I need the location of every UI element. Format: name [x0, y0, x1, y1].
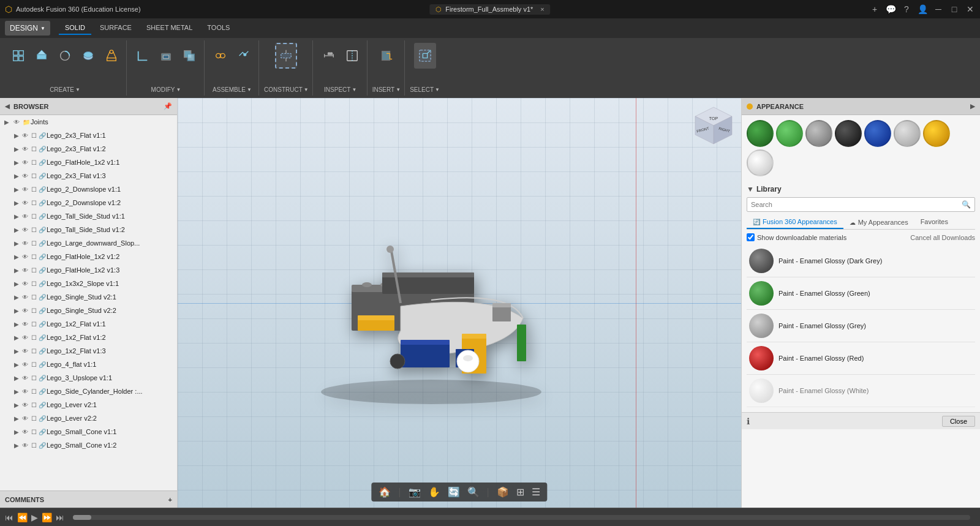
expand-icon[interactable]: ▶	[12, 252, 21, 261]
modify-label[interactable]: MODIFY ▼	[151, 86, 181, 93]
swatch-blue-dark[interactable]	[864, 120, 891, 147]
browser-item[interactable]: ▶ 👁 📁 Joints	[0, 115, 177, 129]
combine-button[interactable]	[178, 43, 200, 69]
timeline-back-button[interactable]: ⏪	[17, 513, 28, 522]
search-input[interactable]	[747, 198, 958, 211]
expand-icon[interactable]: ▶	[12, 198, 21, 207]
expand-icon[interactable]: ▶	[2, 118, 11, 126]
maximize-button[interactable]: □	[949, 4, 959, 14]
grid-button[interactable]: ⊞	[514, 485, 527, 499]
chat-icon[interactable]: 💬	[886, 4, 895, 14]
browser-item[interactable]: ▶ 👁 ☐ 🔗 Lego_Single_Stud v2:2	[0, 304, 177, 317]
visibility-icon[interactable]: 👁	[21, 306, 29, 315]
hole-button[interactable]	[77, 43, 99, 69]
visibility-icon[interactable]: 👁	[21, 427, 29, 436]
tab-close-button[interactable]: ×	[540, 6, 544, 13]
display-section-button[interactable]	[341, 43, 363, 69]
visibility-icon[interactable]: 👁	[21, 360, 29, 369]
visibility-icon[interactable]: 👁	[21, 145, 29, 153]
browser-item[interactable]: ▶ 👁 ☐ 🔗 Lego_1x3x2_Slope v1:1	[0, 277, 177, 290]
loft-button[interactable]	[100, 43, 123, 69]
expand-icon[interactable]: ▶	[12, 306, 21, 315]
visibility-icon[interactable]: 👁	[21, 279, 29, 288]
browser-pin-icon[interactable]: 📌	[164, 102, 172, 110]
browser-item[interactable]: ▶ 👁 ☐ 🔗 Lego_Lever v2:2	[0, 411, 177, 425]
expand-icon[interactable]: ▶	[12, 374, 21, 382]
orbit-button[interactable]: 🔄	[445, 485, 462, 499]
visibility-icon[interactable]: 👁	[21, 293, 29, 301]
material-item-red[interactable]: Paint - Enamel Glossy (Red)	[747, 342, 975, 375]
swatch-green-dark[interactable]	[747, 120, 774, 147]
browser-item[interactable]: ▶ 👁 ☐ 🔗 Lego_Single_Stud v2:1	[0, 290, 177, 304]
timeline-play-button[interactable]: ▶	[31, 513, 38, 522]
browser-item[interactable]: ▶ 👁 ☐ 🔗 Lego_Tall_Side_Stud v1:1	[0, 209, 177, 223]
expand-icon[interactable]: ▶	[12, 266, 21, 274]
visibility-icon[interactable]: 👁	[21, 400, 29, 409]
expand-icon[interactable]: ▶	[12, 239, 21, 247]
expand-icon[interactable]: ▶	[12, 212, 21, 220]
checkbox-icon[interactable]: ☐	[29, 145, 38, 153]
minimize-button[interactable]: ─	[933, 4, 943, 14]
swatch-silver[interactable]	[894, 120, 921, 147]
material-item-grey[interactable]: Paint - Enamel Glossy (Grey)	[747, 310, 975, 342]
comments-add-icon[interactable]: +	[168, 496, 172, 503]
zoom-button[interactable]: 🔍	[465, 485, 482, 499]
browser-item[interactable]: ▶ 👁 ☐ 🔗 Lego_2x3_Flat v1:2	[0, 142, 177, 156]
visibility-icon[interactable]: 👁	[21, 266, 29, 274]
insert-derive-button[interactable]	[375, 43, 398, 69]
cancel-downloads-button[interactable]: Cancel all Downloads	[910, 234, 975, 241]
swatch-grey-medium[interactable]	[805, 120, 832, 147]
visibility-icon[interactable]: 👁	[21, 239, 29, 247]
browser-collapse-icon[interactable]: ◀	[5, 103, 10, 110]
browser-item[interactable]: ▶ 👁 ☐ 🔗 Lego_Lever v2:1	[0, 398, 177, 411]
offset-plane-button[interactable]	[275, 43, 297, 69]
checkbox-icon[interactable]: ☐	[29, 441, 38, 449]
expand-icon[interactable]: ▶	[12, 225, 21, 234]
material-item-white[interactable]: Paint - Enamel Glossy (White)	[747, 375, 975, 407]
tab-sheet-metal[interactable]: SHEET METAL	[140, 21, 198, 35]
checkbox-icon[interactable]: ☐	[29, 266, 38, 274]
visibility-icon[interactable]: 👁	[12, 118, 21, 126]
checkbox-icon[interactable]: ☐	[29, 347, 38, 355]
checkbox-icon[interactable]: ☐	[29, 293, 38, 301]
pan-button[interactable]: ✋	[426, 485, 443, 499]
expand-icon[interactable]: ▶	[12, 158, 21, 167]
new-component-button[interactable]	[7, 43, 29, 69]
timeline-forward-button[interactable]: ⏩	[42, 513, 52, 522]
checkbox-icon[interactable]: ☐	[29, 185, 38, 193]
navigation-cube[interactable]: TOP RIGHT FRONT	[692, 104, 735, 147]
checkbox-icon[interactable]: ☐	[29, 212, 38, 220]
expand-icon[interactable]: ▶	[12, 400, 21, 409]
browser-item[interactable]: ▶ 👁 ☐ 🔗 Lego_3_Upslope v1:1	[0, 371, 177, 385]
library-header[interactable]: ▼ Library	[747, 181, 975, 197]
more-button[interactable]: ☰	[529, 485, 543, 499]
motion-link-button[interactable]	[233, 43, 255, 69]
visibility-icon[interactable]: 👁	[21, 171, 29, 180]
expand-icon[interactable]: ▶	[12, 427, 21, 436]
tab-tools[interactable]: TOOLS	[201, 21, 236, 35]
revolve-button[interactable]	[54, 43, 76, 69]
visibility-icon[interactable]: 👁	[21, 158, 29, 167]
close-button[interactable]: ✕	[965, 4, 975, 14]
show-downloadable-checkbox-area[interactable]: Show downloadable materials	[747, 233, 846, 241]
checkbox-icon[interactable]: ☐	[29, 252, 38, 261]
material-item-green[interactable]: Paint - Enamel Glossy (Green)	[747, 277, 975, 310]
extrude-button[interactable]	[31, 43, 53, 69]
visibility-icon[interactable]: 👁	[21, 212, 29, 220]
visibility-icon[interactable]: 👁	[21, 347, 29, 355]
select-button[interactable]	[414, 43, 436, 69]
display-mode-button[interactable]: 📦	[494, 485, 511, 499]
checkbox-icon[interactable]: ☐	[29, 374, 38, 382]
expand-icon[interactable]: ▶	[12, 185, 21, 193]
browser-content[interactable]: ▶ 👁 📁 Joints ▶ 👁 ☐ 🔗 Lego_2x3_Flat v1:1 …	[0, 115, 177, 490]
swatch-green-bright[interactable]	[776, 120, 803, 147]
shell-button[interactable]	[155, 43, 177, 69]
checkbox-icon[interactable]: ☐	[29, 360, 38, 369]
insert-label[interactable]: INSERT ▼	[372, 86, 401, 93]
browser-item[interactable]: ▶ 👁 ☐ 🔗 Lego_FlatHole_1x2 v1:1	[0, 156, 177, 169]
panel-expand-icon[interactable]: ▶	[970, 103, 975, 110]
browser-item[interactable]: ▶ 👁 ☐ 🔗 Lego_Side_Cylander_Holder :...	[0, 385, 177, 398]
visibility-icon[interactable]: 👁	[21, 252, 29, 261]
close-panel-button[interactable]: Close	[942, 416, 975, 427]
checkbox-icon[interactable]: ☐	[29, 198, 38, 207]
